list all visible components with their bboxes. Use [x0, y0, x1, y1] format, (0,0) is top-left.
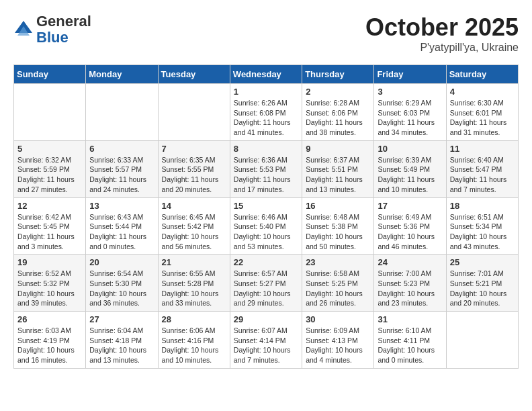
day-info: Sunrise: 6:40 AM Sunset: 5:47 PM Dayligh…: [450, 155, 515, 195]
day-number: 9: [306, 144, 370, 154]
calendar-week-row-4: 19Sunrise: 6:52 AM Sunset: 5:32 PM Dayli…: [14, 255, 519, 312]
day-number: 2: [306, 87, 370, 97]
day-info: Sunrise: 6:52 AM Sunset: 5:32 PM Dayligh…: [17, 269, 82, 308]
calendar-cell: 31Sunrise: 6:10 AM Sunset: 4:11 PM Dayli…: [374, 312, 446, 369]
day-info: Sunrise: 6:49 AM Sunset: 5:36 PM Dayligh…: [378, 212, 442, 252]
day-info: Sunrise: 6:33 AM Sunset: 5:57 PM Dayligh…: [89, 155, 154, 195]
page-header: General Blue October 2025 P'yatypill'ya,…: [13, 13, 519, 54]
title-block: October 2025 P'yatypill'ya, Ukraine: [365, 13, 519, 54]
logo-general: General: [36, 13, 91, 30]
day-info: Sunrise: 6:54 AM Sunset: 5:30 PM Dayligh…: [89, 269, 154, 308]
day-number: 3: [378, 87, 442, 97]
weekday-header-tuesday: Tuesday: [158, 65, 230, 84]
calendar-cell: 28Sunrise: 6:06 AM Sunset: 4:16 PM Dayli…: [158, 312, 230, 369]
day-info: Sunrise: 6:43 AM Sunset: 5:44 PM Dayligh…: [89, 212, 154, 252]
logo-icon: [13, 19, 34, 40]
day-number: 14: [162, 201, 226, 211]
day-number: 11: [450, 144, 515, 154]
calendar-cell: 21Sunrise: 6:55 AM Sunset: 5:28 PM Dayli…: [158, 255, 230, 312]
day-info: Sunrise: 6:26 AM Sunset: 6:08 PM Dayligh…: [234, 98, 298, 138]
day-info: Sunrise: 6:10 AM Sunset: 4:11 PM Dayligh…: [378, 326, 442, 365]
day-number: 8: [234, 144, 298, 154]
weekday-header-wednesday: Wednesday: [230, 65, 302, 84]
day-number: 6: [89, 144, 154, 154]
weekday-header-friday: Friday: [374, 65, 446, 84]
day-number: 15: [234, 201, 298, 211]
day-number: 22: [234, 257, 298, 267]
month-title: October 2025: [365, 13, 519, 42]
day-info: Sunrise: 6:42 AM Sunset: 5:45 PM Dayligh…: [17, 212, 82, 252]
calendar-cell: 30Sunrise: 6:09 AM Sunset: 4:13 PM Dayli…: [302, 312, 374, 369]
calendar-cell: [86, 84, 158, 141]
day-number: 4: [450, 87, 515, 97]
day-number: 31: [378, 314, 442, 324]
day-info: Sunrise: 6:28 AM Sunset: 6:06 PM Dayligh…: [306, 98, 370, 138]
calendar-cell: 16Sunrise: 6:48 AM Sunset: 5:38 PM Dayli…: [302, 197, 374, 255]
day-number: 27: [89, 314, 154, 324]
calendar-cell: [14, 84, 86, 141]
day-number: 5: [17, 144, 82, 154]
day-number: 1: [234, 87, 298, 97]
day-info: Sunrise: 6:04 AM Sunset: 4:18 PM Dayligh…: [89, 326, 154, 365]
day-number: 10: [378, 144, 442, 154]
day-number: 26: [17, 314, 82, 324]
day-info: Sunrise: 6:29 AM Sunset: 6:03 PM Dayligh…: [378, 98, 442, 138]
calendar-cell: 24Sunrise: 7:00 AM Sunset: 5:23 PM Dayli…: [374, 255, 446, 312]
location: P'yatypill'ya, Ukraine: [365, 42, 519, 54]
weekday-header-saturday: Saturday: [446, 65, 518, 84]
day-info: Sunrise: 6:03 AM Sunset: 4:19 PM Dayligh…: [17, 326, 82, 365]
calendar-cell: 8Sunrise: 6:36 AM Sunset: 5:53 PM Daylig…: [230, 140, 302, 197]
day-info: Sunrise: 6:39 AM Sunset: 5:49 PM Dayligh…: [378, 155, 442, 195]
logo: General Blue: [13, 13, 91, 46]
day-number: 7: [162, 144, 226, 154]
calendar-cell: 6Sunrise: 6:33 AM Sunset: 5:57 PM Daylig…: [86, 140, 158, 197]
calendar-cell: 19Sunrise: 6:52 AM Sunset: 5:32 PM Dayli…: [14, 255, 86, 312]
day-number: 29: [234, 314, 298, 324]
calendar-table: SundayMondayTuesdayWednesdayThursdayFrid…: [13, 64, 519, 369]
calendar-cell: 20Sunrise: 6:54 AM Sunset: 5:30 PM Dayli…: [86, 255, 158, 312]
calendar-cell: [158, 84, 230, 141]
calendar-week-row-3: 12Sunrise: 6:42 AM Sunset: 5:45 PM Dayli…: [14, 197, 519, 255]
day-info: Sunrise: 6:32 AM Sunset: 5:59 PM Dayligh…: [17, 155, 82, 195]
day-info: Sunrise: 6:07 AM Sunset: 4:14 PM Dayligh…: [234, 326, 298, 365]
day-info: Sunrise: 6:55 AM Sunset: 5:28 PM Dayligh…: [162, 269, 226, 308]
day-info: Sunrise: 6:09 AM Sunset: 4:13 PM Dayligh…: [306, 326, 370, 365]
day-number: 23: [306, 257, 370, 267]
calendar-cell: 1Sunrise: 6:26 AM Sunset: 6:08 PM Daylig…: [230, 84, 302, 141]
day-number: 30: [306, 314, 370, 324]
calendar-week-row-2: 5Sunrise: 6:32 AM Sunset: 5:59 PM Daylig…: [14, 140, 519, 197]
calendar-cell: 11Sunrise: 6:40 AM Sunset: 5:47 PM Dayli…: [446, 140, 518, 197]
day-info: Sunrise: 6:46 AM Sunset: 5:40 PM Dayligh…: [234, 212, 298, 252]
calendar-cell: [446, 312, 518, 369]
day-info: Sunrise: 6:35 AM Sunset: 5:55 PM Dayligh…: [162, 155, 226, 195]
calendar-cell: 15Sunrise: 6:46 AM Sunset: 5:40 PM Dayli…: [230, 197, 302, 255]
calendar-cell: 26Sunrise: 6:03 AM Sunset: 4:19 PM Dayli…: [14, 312, 86, 369]
calendar-week-row-5: 26Sunrise: 6:03 AM Sunset: 4:19 PM Dayli…: [14, 312, 519, 369]
day-number: 21: [162, 257, 226, 267]
calendar-cell: 7Sunrise: 6:35 AM Sunset: 5:55 PM Daylig…: [158, 140, 230, 197]
day-info: Sunrise: 6:37 AM Sunset: 5:51 PM Dayligh…: [306, 155, 370, 195]
day-info: Sunrise: 6:45 AM Sunset: 5:42 PM Dayligh…: [162, 212, 226, 252]
day-number: 19: [17, 257, 82, 267]
day-info: Sunrise: 7:01 AM Sunset: 5:21 PM Dayligh…: [450, 269, 515, 308]
day-number: 12: [17, 201, 82, 211]
weekday-header-monday: Monday: [86, 65, 158, 84]
day-number: 24: [378, 257, 442, 267]
calendar-cell: 9Sunrise: 6:37 AM Sunset: 5:51 PM Daylig…: [302, 140, 374, 197]
day-number: 13: [89, 201, 154, 211]
calendar-cell: 17Sunrise: 6:49 AM Sunset: 5:36 PM Dayli…: [374, 197, 446, 255]
calendar-cell: 14Sunrise: 6:45 AM Sunset: 5:42 PM Dayli…: [158, 197, 230, 255]
day-info: Sunrise: 6:30 AM Sunset: 6:01 PM Dayligh…: [450, 98, 515, 138]
calendar-cell: 5Sunrise: 6:32 AM Sunset: 5:59 PM Daylig…: [14, 140, 86, 197]
calendar-week-row-1: 1Sunrise: 6:26 AM Sunset: 6:08 PM Daylig…: [14, 84, 519, 141]
calendar-cell: 22Sunrise: 6:57 AM Sunset: 5:27 PM Dayli…: [230, 255, 302, 312]
day-info: Sunrise: 6:51 AM Sunset: 5:34 PM Dayligh…: [450, 212, 515, 252]
calendar-cell: 25Sunrise: 7:01 AM Sunset: 5:21 PM Dayli…: [446, 255, 518, 312]
logo-text: General Blue: [36, 13, 91, 46]
weekday-header-row: SundayMondayTuesdayWednesdayThursdayFrid…: [14, 65, 519, 84]
calendar-cell: 2Sunrise: 6:28 AM Sunset: 6:06 PM Daylig…: [302, 84, 374, 141]
day-info: Sunrise: 6:57 AM Sunset: 5:27 PM Dayligh…: [234, 269, 298, 308]
day-number: 20: [89, 257, 154, 267]
day-info: Sunrise: 6:36 AM Sunset: 5:53 PM Dayligh…: [234, 155, 298, 195]
day-number: 18: [450, 201, 515, 211]
